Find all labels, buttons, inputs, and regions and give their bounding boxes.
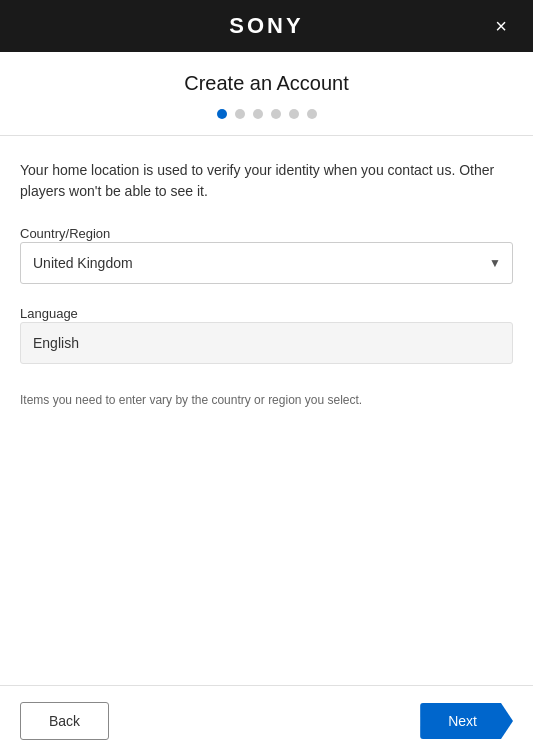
country-select-wrapper: United Kingdom United States Germany Fra… bbox=[20, 242, 513, 284]
language-input[interactable] bbox=[20, 322, 513, 364]
country-label: Country/Region bbox=[20, 226, 110, 241]
next-button[interactable]: Next bbox=[420, 703, 513, 739]
hint-text: Items you need to enter vary by the coun… bbox=[20, 392, 513, 409]
language-label: Language bbox=[20, 306, 78, 321]
content-area: Your home location is used to verify you… bbox=[0, 136, 533, 685]
language-field-group: Language bbox=[20, 304, 513, 364]
back-button[interactable]: Back bbox=[20, 702, 109, 740]
sony-logo: SONY bbox=[229, 13, 303, 39]
progress-indicator bbox=[16, 109, 517, 119]
close-button[interactable]: × bbox=[485, 10, 517, 42]
progress-dot-3 bbox=[253, 109, 263, 119]
description-text: Your home location is used to verify you… bbox=[20, 160, 513, 202]
country-field-group: Country/Region United Kingdom United Sta… bbox=[20, 224, 513, 284]
page-title: Create an Account bbox=[16, 72, 517, 95]
content-spacer bbox=[20, 409, 513, 661]
progress-dot-2 bbox=[235, 109, 245, 119]
title-area: Create an Account bbox=[0, 52, 533, 136]
footer: Back Next bbox=[0, 685, 533, 756]
progress-dot-6 bbox=[307, 109, 317, 119]
country-select[interactable]: United Kingdom United States Germany Fra… bbox=[20, 242, 513, 284]
progress-dot-1 bbox=[217, 109, 227, 119]
progress-dot-4 bbox=[271, 109, 281, 119]
progress-dot-5 bbox=[289, 109, 299, 119]
app-header: SONY × bbox=[0, 0, 533, 52]
